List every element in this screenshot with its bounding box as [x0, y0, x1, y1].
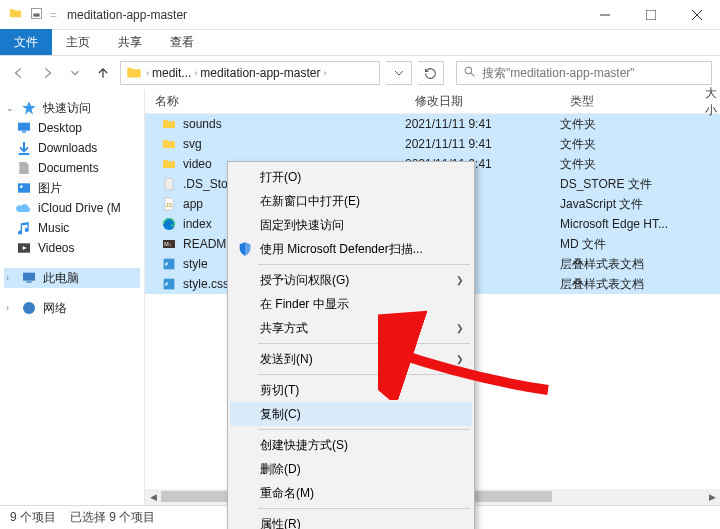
ctx-cut[interactable]: 剪切(T) [230, 378, 472, 402]
ctx-separator [258, 343, 470, 344]
svg-text:JS: JS [166, 202, 173, 208]
ctx-rename[interactable]: 重命名(M) [230, 481, 472, 505]
nav-recent-button[interactable] [64, 62, 86, 84]
ctx-share[interactable]: 共享方式❯ [230, 316, 472, 340]
pc-icon [21, 270, 37, 286]
file-type: 文件夹 [560, 136, 695, 153]
ctx-label: 使用 Microsoft Defender扫描... [260, 241, 423, 258]
file-name: sounds [183, 117, 222, 131]
svg-point-7 [465, 67, 472, 74]
ctx-shortcut[interactable]: 创建快捷方式(S) [230, 433, 472, 457]
sidebar-item-desktop[interactable]: Desktop [4, 118, 140, 138]
sidebar-item-quick-access[interactable]: ⌄ 快速访问 [4, 98, 140, 118]
sidebar-item-music[interactable]: Music [4, 218, 140, 238]
status-selected-count: 已选择 9 个项目 [70, 509, 155, 526]
ctx-separator [258, 374, 470, 375]
column-headers[interactable]: 名称 修改日期 类型 大小 [145, 90, 720, 114]
css-icon: # [161, 256, 177, 272]
ctx-label: 复制(C) [260, 406, 301, 423]
shield-icon [237, 241, 253, 257]
file-type: JavaScript 文件 [560, 196, 695, 213]
ctx-label: 在 Finder 中显示 [260, 296, 349, 313]
maximize-button[interactable] [628, 0, 674, 30]
qat-divider: = [50, 8, 57, 22]
svg-rect-3 [646, 10, 656, 20]
ctx-copy[interactable]: 复制(C) [230, 402, 472, 426]
search-icon [463, 65, 476, 81]
breadcrumb[interactable]: › medit... › meditation-app-master › [120, 61, 380, 85]
svg-text:M↓: M↓ [164, 241, 171, 247]
tab-file[interactable]: 文件 [0, 29, 52, 55]
ctx-label: 剪切(T) [260, 382, 299, 399]
sidebar: ⌄ 快速访问 Desktop Downloads Documents 图片 iC… [0, 90, 145, 505]
sidebar-item-documents[interactable]: Documents [4, 158, 140, 178]
ctx-finder[interactable]: 在 Finder 中显示 [230, 292, 472, 316]
nav-back-button[interactable] [8, 62, 30, 84]
col-size[interactable]: 大小 [695, 85, 720, 119]
ctx-defender[interactable]: 使用 Microsoft Defender扫描... [230, 237, 472, 261]
chevron-right-icon: ❯ [456, 275, 464, 285]
ctx-access[interactable]: 授予访问权限(G)❯ [230, 268, 472, 292]
tab-home[interactable]: 主页 [52, 29, 104, 55]
sidebar-item-network[interactable]: ›网络 [4, 298, 140, 318]
sidebar-item-label: iCloud Drive (M [38, 201, 121, 215]
file-name: app [183, 197, 203, 211]
ctx-new-window[interactable]: 在新窗口中打开(E) [230, 189, 472, 213]
desktop-icon [16, 120, 32, 136]
breadcrumb-dropdown-button[interactable] [386, 61, 412, 85]
breadcrumb-seg-1[interactable]: medit... [152, 66, 191, 80]
file-type: MD 文件 [560, 236, 695, 253]
scroll-left[interactable]: ◀ [145, 489, 161, 505]
svg-rect-18 [26, 281, 31, 282]
tab-share[interactable]: 共享 [104, 29, 156, 55]
ctx-label: 固定到快速访问 [260, 217, 344, 234]
close-button[interactable] [674, 0, 720, 30]
breadcrumb-seg-2[interactable]: meditation-app-master [200, 66, 320, 80]
properties-icon[interactable] [29, 6, 44, 24]
nav-forward-button[interactable] [36, 62, 58, 84]
col-type[interactable]: 类型 [560, 93, 695, 110]
search-input[interactable]: 搜索"meditation-app-master" [456, 61, 712, 85]
refresh-button[interactable] [418, 61, 444, 85]
ctx-label: 授予访问权限(G) [260, 272, 349, 289]
svg-text:#: # [165, 261, 168, 267]
edge-icon [161, 216, 177, 232]
tab-view[interactable]: 查看 [156, 29, 208, 55]
chevron-right-icon: › [146, 68, 149, 78]
file-date: 2021/11/11 9:41 [405, 137, 560, 151]
search-placeholder: 搜索"meditation-app-master" [482, 65, 635, 82]
file-row[interactable]: sounds2021/11/11 9:41文件夹 [145, 114, 720, 134]
sidebar-item-label: Videos [38, 241, 74, 255]
caret-right-icon: › [6, 273, 15, 283]
nav-up-button[interactable] [92, 62, 114, 84]
sidebar-item-label: Music [38, 221, 69, 235]
svg-marker-9 [22, 101, 35, 114]
minimize-button[interactable] [582, 0, 628, 30]
status-item-count: 9 个项目 [10, 509, 56, 526]
ctx-pin-quick[interactable]: 固定到快速访问 [230, 213, 472, 237]
ctx-label: 创建快捷方式(S) [260, 437, 348, 454]
sidebar-item-pictures[interactable]: 图片 [4, 178, 140, 198]
ctx-separator [258, 429, 470, 430]
chevron-right-icon: ❯ [456, 354, 464, 364]
sidebar-item-this-pc[interactable]: ›此电脑 [4, 268, 140, 288]
col-date[interactable]: 修改日期 [405, 93, 560, 110]
ctx-label: 共享方式 [260, 320, 308, 337]
ctx-delete[interactable]: 删除(D) [230, 457, 472, 481]
ctx-open[interactable]: 打开(O) [230, 165, 472, 189]
ctx-sendto[interactable]: 发送到(N)❯ [230, 347, 472, 371]
ctx-label: 在新窗口中打开(E) [260, 193, 360, 210]
sidebar-item-icloud[interactable]: iCloud Drive (M [4, 198, 140, 218]
file-name: style [183, 257, 208, 271]
scroll-right[interactable]: ▶ [704, 489, 720, 505]
window-controls [582, 0, 720, 30]
col-name[interactable]: 名称 [145, 93, 405, 110]
navigation-row: › medit... › meditation-app-master › 搜索"… [0, 56, 720, 90]
file-type: Microsoft Edge HT... [560, 217, 695, 231]
sidebar-item-videos[interactable]: Videos [4, 238, 140, 258]
file-row[interactable]: svg2021/11/11 9:41文件夹 [145, 134, 720, 154]
ctx-properties[interactable]: 属性(R) [230, 512, 472, 529]
sidebar-item-downloads[interactable]: Downloads [4, 138, 140, 158]
file-type: DS_STORE 文件 [560, 176, 695, 193]
svg-rect-1 [33, 13, 39, 16]
